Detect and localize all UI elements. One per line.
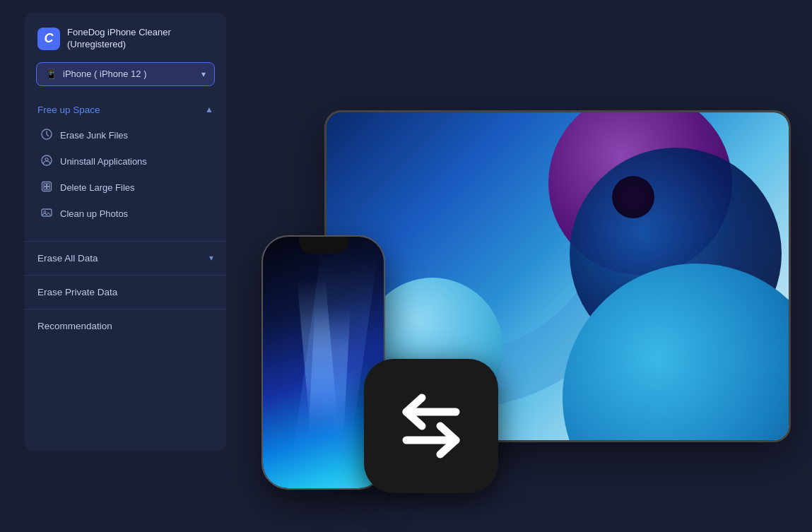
delete-large-icon — [40, 181, 53, 194]
erase-junk-label: Erase Junk Files — [60, 130, 128, 141]
divider-3 — [25, 309, 226, 309]
free-up-space-label: Free up Space — [37, 105, 100, 115]
erase-all-section[interactable]: Erase All Data ▾ — [25, 244, 226, 272]
svg-rect-6 — [44, 187, 47, 189]
delete-large-label: Delete Large Files — [60, 182, 135, 193]
device-name: iPhone ( iPhone 12 ) — [63, 69, 147, 79]
recommendation-label: Recommendation — [37, 321, 112, 331]
clean-photos-label: Clean up Photos — [60, 208, 128, 219]
clean-photos-icon — [40, 207, 53, 220]
hero-area — [226, 0, 812, 532]
svg-rect-5 — [47, 184, 50, 187]
svg-rect-4 — [44, 184, 47, 187]
ipad-circle-hole — [612, 176, 654, 218]
sidebar-item-erase-junk[interactable]: Erase Junk Files — [25, 122, 226, 148]
erase-private-label: Erase Private Data — [37, 287, 117, 297]
erase-private-section[interactable]: Erase Private Data — [25, 278, 226, 306]
recommendation-section[interactable]: Recommendation — [25, 312, 226, 340]
app-logo: C — [37, 28, 60, 50]
divider-2 — [25, 275, 226, 276]
sidebar: C FoneDog iPhone Cleaner (Unregistered) … — [25, 13, 226, 451]
uninstall-apps-label: Uninstall Applications — [60, 156, 147, 167]
sidebar-item-clean-photos[interactable]: Clean up Photos — [25, 201, 226, 227]
chevron-down-icon: ▾ — [201, 69, 206, 79]
transfer-icon-container — [364, 359, 498, 493]
svg-rect-7 — [47, 187, 50, 189]
sidebar-item-delete-large[interactable]: Delete Large Files — [25, 175, 226, 201]
section-chevron-up-icon: ▲ — [205, 105, 213, 114]
erase-all-label: Erase All Data — [37, 253, 98, 264]
device-selector[interactable]: 📱 iPhone ( iPhone 12 ) ▾ — [36, 62, 215, 86]
iphone-notch — [299, 237, 348, 254]
device-selector-left: 📱 iPhone ( iPhone 12 ) — [45, 69, 147, 80]
phone-icon: 📱 — [45, 69, 57, 80]
free-up-space-items: Erase Junk Files Uninstall Applications — [25, 122, 226, 232]
divider-1 — [25, 241, 226, 242]
iphone-light-beam-3 — [308, 307, 350, 435]
svg-point-2 — [45, 158, 48, 160]
erase-all-chevron-icon: ▾ — [209, 253, 213, 263]
svg-point-9 — [44, 211, 46, 213]
sidebar-item-uninstall-apps[interactable]: Uninstall Applications — [25, 148, 226, 175]
free-up-space-header[interactable]: Free up Space ▲ — [25, 97, 226, 122]
transfer-arrows-icon — [385, 391, 477, 461]
app-title: FoneDog iPhone Cleaner (Unregistered) — [67, 27, 171, 51]
app-container: C FoneDog iPhone Cleaner (Unregistered) … — [0, 0, 812, 532]
sidebar-header: C FoneDog iPhone Cleaner (Unregistered) — [25, 13, 226, 62]
erase-junk-icon — [40, 129, 53, 142]
uninstall-apps-icon — [40, 155, 53, 168]
free-up-space-section: Free up Space ▲ Erase Junk Files — [25, 97, 226, 238]
